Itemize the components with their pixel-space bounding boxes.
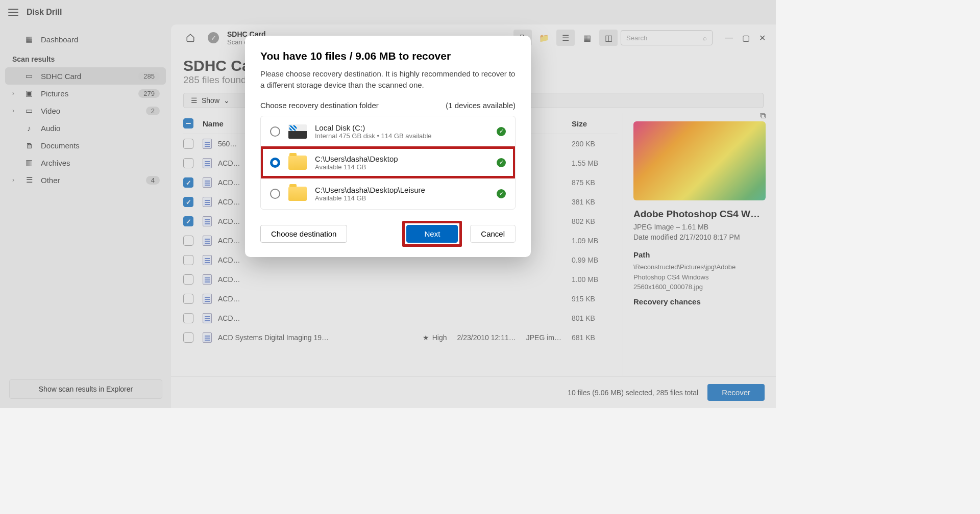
- radio-button[interactable]: [270, 158, 280, 168]
- destination-option[interactable]: Local Disk (C:) Internal 475 GB disk • 1…: [261, 116, 515, 147]
- radio-button[interactable]: [270, 189, 280, 199]
- cancel-button[interactable]: Cancel: [470, 225, 516, 243]
- destination-list: Local Disk (C:) Internal 475 GB disk • 1…: [260, 116, 516, 210]
- destination-title: Local Disk (C:): [315, 123, 432, 132]
- destination-subtitle: Available 114 GB: [315, 163, 398, 171]
- drive-icon: [288, 124, 307, 139]
- choose-destination-button[interactable]: Choose destination: [260, 225, 347, 243]
- folder-icon: [288, 187, 307, 201]
- devices-count: (1 devices available): [446, 101, 516, 110]
- destination-subtitle: Internal 475 GB disk • 114 GB available: [315, 132, 432, 140]
- next-button[interactable]: Next: [406, 225, 458, 243]
- modal-title: You have 10 files / 9.06 MB to recover: [260, 50, 516, 62]
- destination-option[interactable]: C:\Users\dasha\Desktop Available 114 GB …: [261, 147, 515, 178]
- destination-title: C:\Users\dasha\Desktop\Leisure: [315, 186, 425, 194]
- choose-folder-label: Choose recovery destination folder: [260, 101, 379, 110]
- check-ok-icon: ✓: [497, 189, 506, 198]
- modal-overlay: You have 10 files / 9.06 MB to recover P…: [0, 0, 776, 408]
- next-button-highlight: Next: [402, 221, 462, 247]
- radio-button[interactable]: [270, 126, 280, 137]
- destination-title: C:\Users\dasha\Desktop: [315, 155, 398, 163]
- check-ok-icon: ✓: [497, 127, 506, 136]
- check-ok-icon: ✓: [497, 158, 506, 167]
- destination-option[interactable]: C:\Users\dasha\Desktop\Leisure Available…: [261, 178, 515, 209]
- folder-icon: [288, 156, 307, 170]
- destination-subtitle: Available 114 GB: [315, 194, 425, 202]
- recovery-destination-modal: You have 10 files / 9.06 MB to recover P…: [245, 36, 531, 257]
- modal-text: Please choose recovery destination. It i…: [260, 68, 516, 91]
